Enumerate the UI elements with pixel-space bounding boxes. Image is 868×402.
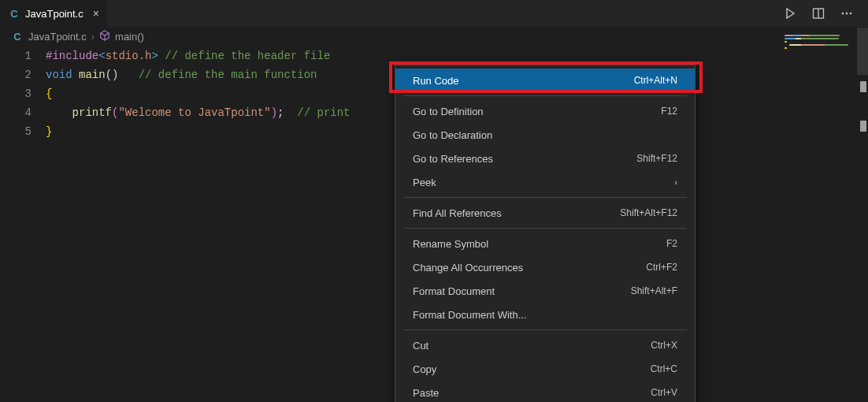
context-menu-separator — [403, 228, 687, 229]
context-menu-item[interactable]: Go to DefinitionF12 — [395, 99, 695, 123]
symbol-method-icon — [99, 30, 110, 43]
context-menu-item-label: Cut — [413, 340, 428, 352]
overview-marker — [860, 81, 866, 92]
breadcrumb-separator: › — [91, 31, 95, 43]
context-menu-item-shortcut: Shift+Alt+F — [631, 285, 677, 296]
context-menu-item-shortcut: Ctrl+F2 — [646, 262, 677, 273]
svg-point-4 — [850, 13, 852, 15]
line-number: 2 — [0, 65, 32, 84]
overview-marker — [860, 121, 866, 132]
context-menu-item-label: Copy — [413, 363, 436, 375]
context-menu-item-shortcut: Shift+Alt+F12 — [620, 207, 677, 218]
code-line[interactable]: #include<stdio.h> // define the header f… — [46, 47, 868, 65]
minimap[interactable] — [785, 35, 854, 66]
more-actions-icon[interactable] — [838, 5, 855, 22]
context-menu-item-label: Run Code — [413, 75, 459, 87]
context-menu-item-shortcut: Ctrl+C — [651, 363, 677, 374]
line-number: 5 — [0, 122, 32, 141]
context-menu-item-label: Peek — [413, 177, 436, 188]
breadcrumb-file: JavaTpoint.c — [28, 31, 87, 43]
context-menu-item-label: Find All References — [413, 207, 502, 219]
context-menu-item-label: Change All Occurrences — [413, 262, 523, 274]
context-menu-item-label: Paste — [413, 387, 439, 399]
context-menu-item-shortcut: Ctrl+X — [651, 340, 677, 351]
breadcrumb[interactable]: C JavaTpoint.c › main() — [0, 28, 868, 45]
context-menu-item[interactable]: CopyCtrl+C — [395, 357, 695, 381]
line-number: 4 — [0, 103, 32, 122]
editor-tab[interactable]: C JavaTpoint.c × — [0, 0, 108, 28]
line-number-gutter: 12345 — [0, 47, 46, 141]
context-menu-item[interactable]: Format DocumentShift+Alt+F — [395, 279, 695, 303]
run-icon[interactable] — [781, 5, 799, 22]
context-menu-item-shortcut: Ctrl+V — [651, 387, 677, 398]
context-menu-separator — [403, 95, 687, 96]
context-menu-item-label: Go to References — [413, 153, 493, 165]
context-menu-item-label: Format Document With... — [413, 309, 526, 321]
split-editor-icon[interactable] — [810, 5, 827, 22]
svg-point-3 — [846, 13, 848, 15]
context-menu-item[interactable]: CutCtrl+X — [395, 333, 695, 357]
context-menu-separator — [403, 197, 687, 198]
breadcrumb-symbol: main() — [115, 31, 144, 43]
context-menu-item-label: Format Document — [413, 285, 495, 297]
tab-filename: JavaTpoint.c — [25, 8, 83, 20]
context-menu-item-shortcut: Ctrl+Alt+N — [634, 75, 677, 86]
context-menu-item-label: Rename Symbol — [413, 238, 488, 250]
tab-bar: C JavaTpoint.c × — [0, 0, 868, 28]
tab-actions — [781, 5, 868, 22]
context-menu-item[interactable]: Find All ReferencesShift+Alt+F12 — [395, 201, 695, 225]
scrollbar-thumb[interactable] — [857, 28, 868, 75]
close-tab-icon[interactable]: × — [88, 7, 99, 20]
context-menu-item[interactable]: Rename SymbolF2 — [395, 232, 695, 255]
context-menu-item-shortcut: Shift+F12 — [636, 153, 677, 164]
context-menu: Run CodeCtrl+Alt+NGo to DefinitionF12Go … — [395, 65, 696, 402]
context-menu-item[interactable]: Format Document With... — [395, 303, 695, 326]
context-menu-item[interactable]: Go to Declaration — [395, 123, 695, 147]
context-menu-item[interactable]: Go to ReferencesShift+F12 — [395, 147, 695, 170]
context-menu-item[interactable]: PasteCtrl+V — [395, 381, 695, 402]
context-menu-item-label: Go to Definition — [413, 106, 484, 117]
context-menu-item[interactable]: Run CodeCtrl+Alt+N — [395, 69, 695, 92]
c-file-icon: C — [11, 30, 24, 43]
c-file-icon: C — [8, 7, 20, 20]
line-number: 1 — [0, 47, 32, 65]
vertical-scrollbar[interactable] — [857, 28, 868, 402]
line-number: 3 — [0, 84, 32, 103]
chevron-right-icon: › — [674, 177, 677, 187]
svg-point-2 — [842, 13, 844, 15]
context-menu-item-label: Go to Declaration — [413, 129, 492, 141]
context-menu-item[interactable]: Change All OccurrencesCtrl+F2 — [395, 255, 695, 279]
context-menu-item[interactable]: Peek› — [395, 170, 695, 194]
context-menu-separator — [403, 329, 687, 330]
context-menu-item-shortcut: F12 — [661, 106, 677, 117]
context-menu-item-shortcut: F2 — [666, 238, 677, 249]
